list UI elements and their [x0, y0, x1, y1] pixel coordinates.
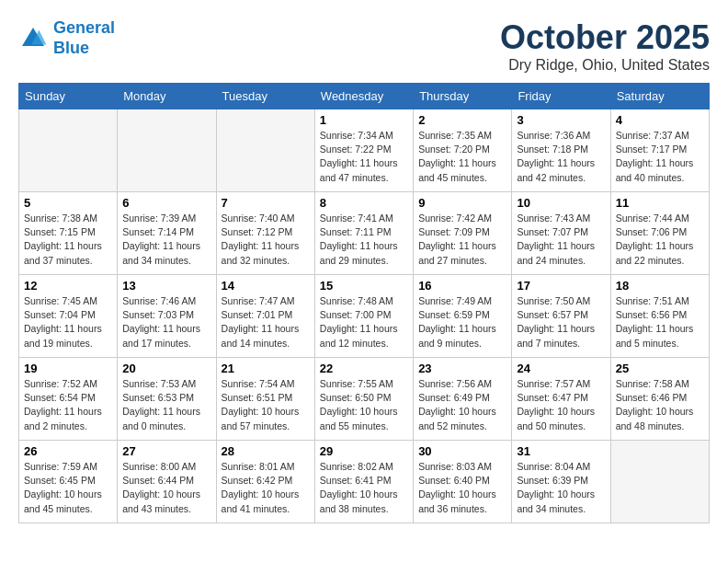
calendar-cell: 8Sunrise: 7:41 AMSunset: 7:11 PMDaylight… — [314, 192, 413, 275]
calendar-cell: 28Sunrise: 8:01 AMSunset: 6:42 PMDayligh… — [216, 441, 314, 523]
calendar-cell: 13Sunrise: 7:46 AMSunset: 7:03 PMDayligh… — [118, 275, 216, 358]
day-number: 13 — [122, 279, 210, 293]
calendar-cell: 18Sunrise: 7:51 AMSunset: 6:56 PMDayligh… — [610, 275, 709, 358]
logo-text: General Blue — [53, 18, 115, 58]
calendar-cell: 7Sunrise: 7:40 AMSunset: 7:12 PMDaylight… — [216, 192, 314, 275]
day-info: Sunrise: 8:02 AMSunset: 6:41 PMDaylight:… — [320, 460, 408, 516]
calendar-cell: 29Sunrise: 8:02 AMSunset: 6:41 PMDayligh… — [314, 441, 413, 523]
day-number: 10 — [517, 196, 605, 210]
calendar-cell: 9Sunrise: 7:42 AMSunset: 7:09 PMDaylight… — [414, 192, 512, 275]
calendar-week-row: 1Sunrise: 7:34 AMSunset: 7:22 PMDaylight… — [19, 109, 710, 192]
day-number: 12 — [24, 279, 112, 293]
logo-blue: Blue — [53, 39, 89, 57]
weekday-header-row: SundayMondayTuesdayWednesdayThursdayFrid… — [19, 84, 710, 109]
day-number: 7 — [222, 196, 310, 210]
calendar-cell: 26Sunrise: 7:59 AMSunset: 6:45 PMDayligh… — [19, 441, 118, 523]
day-info: Sunrise: 7:35 AMSunset: 7:20 PMDaylight:… — [418, 129, 506, 185]
day-number: 29 — [320, 444, 408, 458]
day-number: 22 — [320, 362, 408, 375]
day-number: 9 — [418, 196, 506, 210]
calendar-cell: 24Sunrise: 7:57 AMSunset: 6:47 PMDayligh… — [512, 358, 610, 441]
calendar-cell: 25Sunrise: 7:58 AMSunset: 6:46 PMDayligh… — [610, 358, 709, 441]
weekday-header: Saturday — [610, 84, 709, 109]
day-number: 27 — [122, 444, 210, 458]
day-info: Sunrise: 7:57 AMSunset: 6:47 PMDaylight:… — [517, 377, 605, 433]
calendar-week-row: 19Sunrise: 7:52 AMSunset: 6:54 PMDayligh… — [19, 358, 710, 441]
calendar-cell: 21Sunrise: 7:54 AMSunset: 6:51 PMDayligh… — [216, 358, 314, 441]
location: Dry Ridge, Ohio, United States — [500, 57, 710, 74]
calendar-cell — [118, 109, 216, 192]
calendar-week-row: 12Sunrise: 7:45 AMSunset: 7:04 PMDayligh… — [19, 275, 710, 358]
day-number: 31 — [517, 444, 605, 458]
day-number: 1 — [320, 113, 408, 127]
day-number: 24 — [517, 362, 605, 375]
weekday-header: Wednesday — [314, 84, 413, 109]
day-number: 25 — [616, 362, 704, 375]
calendar-cell: 10Sunrise: 7:43 AMSunset: 7:07 PMDayligh… — [512, 192, 610, 275]
day-info: Sunrise: 7:41 AMSunset: 7:11 PMDaylight:… — [320, 212, 408, 268]
day-number: 18 — [616, 279, 704, 293]
calendar-cell: 15Sunrise: 7:48 AMSunset: 7:00 PMDayligh… — [314, 275, 413, 358]
day-number: 19 — [24, 362, 112, 375]
calendar-cell — [610, 441, 709, 523]
day-number: 23 — [418, 362, 506, 375]
calendar-cell: 2Sunrise: 7:35 AMSunset: 7:20 PMDaylight… — [414, 109, 512, 192]
calendar-cell: 6Sunrise: 7:39 AMSunset: 7:14 PMDaylight… — [118, 192, 216, 275]
calendar-week-row: 5Sunrise: 7:38 AMSunset: 7:15 PMDaylight… — [19, 192, 710, 275]
day-info: Sunrise: 7:54 AMSunset: 6:51 PMDaylight:… — [222, 377, 310, 433]
day-info: Sunrise: 7:52 AMSunset: 6:54 PMDaylight:… — [24, 377, 112, 433]
day-info: Sunrise: 7:59 AMSunset: 6:45 PMDaylight:… — [24, 460, 112, 516]
calendar-week-row: 26Sunrise: 7:59 AMSunset: 6:45 PMDayligh… — [19, 441, 710, 523]
calendar-cell: 19Sunrise: 7:52 AMSunset: 6:54 PMDayligh… — [19, 358, 118, 441]
weekday-header: Monday — [118, 84, 216, 109]
day-number: 30 — [418, 444, 506, 458]
logo: General Blue — [18, 18, 115, 58]
day-info: Sunrise: 8:01 AMSunset: 6:42 PMDaylight:… — [222, 460, 310, 516]
weekday-header: Sunday — [19, 84, 118, 109]
day-number: 4 — [616, 113, 704, 127]
day-number: 6 — [122, 196, 210, 210]
logo-general: General — [53, 18, 115, 37]
calendar-cell: 16Sunrise: 7:49 AMSunset: 6:59 PMDayligh… — [414, 275, 512, 358]
calendar-cell: 23Sunrise: 7:56 AMSunset: 6:49 PMDayligh… — [414, 358, 512, 441]
calendar-cell: 17Sunrise: 7:50 AMSunset: 6:57 PMDayligh… — [512, 275, 610, 358]
weekday-header: Thursday — [414, 84, 512, 109]
day-info: Sunrise: 7:42 AMSunset: 7:09 PMDaylight:… — [418, 212, 506, 268]
calendar-cell: 31Sunrise: 8:04 AMSunset: 6:39 PMDayligh… — [512, 441, 610, 523]
day-number: 26 — [24, 444, 112, 458]
day-info: Sunrise: 7:39 AMSunset: 7:14 PMDaylight:… — [122, 212, 210, 268]
day-number: 17 — [517, 279, 605, 293]
day-number: 8 — [320, 196, 408, 210]
day-info: Sunrise: 7:55 AMSunset: 6:50 PMDaylight:… — [320, 377, 408, 433]
calendar-cell: 12Sunrise: 7:45 AMSunset: 7:04 PMDayligh… — [19, 275, 118, 358]
day-info: Sunrise: 7:36 AMSunset: 7:18 PMDaylight:… — [517, 129, 605, 185]
calendar-cell: 5Sunrise: 7:38 AMSunset: 7:15 PMDaylight… — [19, 192, 118, 275]
day-info: Sunrise: 7:44 AMSunset: 7:06 PMDaylight:… — [616, 212, 704, 268]
calendar-cell: 14Sunrise: 7:47 AMSunset: 7:01 PMDayligh… — [216, 275, 314, 358]
day-info: Sunrise: 7:45 AMSunset: 7:04 PMDaylight:… — [24, 294, 112, 350]
day-info: Sunrise: 7:50 AMSunset: 6:57 PMDaylight:… — [517, 294, 605, 350]
calendar-table: SundayMondayTuesdayWednesdayThursdayFrid… — [18, 83, 710, 523]
day-number: 28 — [222, 444, 310, 458]
day-info: Sunrise: 7:38 AMSunset: 7:15 PMDaylight:… — [24, 212, 112, 268]
day-number: 5 — [24, 196, 112, 210]
day-info: Sunrise: 7:58 AMSunset: 6:46 PMDaylight:… — [616, 377, 704, 433]
day-info: Sunrise: 7:34 AMSunset: 7:22 PMDaylight:… — [320, 129, 408, 185]
day-info: Sunrise: 7:40 AMSunset: 7:12 PMDaylight:… — [222, 212, 310, 268]
day-info: Sunrise: 7:47 AMSunset: 7:01 PMDaylight:… — [222, 294, 310, 350]
day-number: 3 — [517, 113, 605, 127]
calendar-cell: 3Sunrise: 7:36 AMSunset: 7:18 PMDaylight… — [512, 109, 610, 192]
page-header: General Blue October 2025 Dry Ridge, Ohi… — [18, 18, 710, 74]
day-number: 11 — [616, 196, 704, 210]
day-number: 2 — [418, 113, 506, 127]
day-number: 16 — [418, 279, 506, 293]
day-info: Sunrise: 8:03 AMSunset: 6:40 PMDaylight:… — [418, 460, 506, 516]
logo-icon — [18, 24, 48, 53]
day-info: Sunrise: 7:48 AMSunset: 7:00 PMDaylight:… — [320, 294, 408, 350]
day-info: Sunrise: 7:49 AMSunset: 6:59 PMDaylight:… — [418, 294, 506, 350]
day-info: Sunrise: 7:53 AMSunset: 6:53 PMDaylight:… — [122, 377, 210, 433]
day-info: Sunrise: 7:51 AMSunset: 6:56 PMDaylight:… — [616, 294, 704, 350]
calendar-cell: 4Sunrise: 7:37 AMSunset: 7:17 PMDaylight… — [610, 109, 709, 192]
day-number: 15 — [320, 279, 408, 293]
day-info: Sunrise: 7:37 AMSunset: 7:17 PMDaylight:… — [616, 129, 704, 185]
